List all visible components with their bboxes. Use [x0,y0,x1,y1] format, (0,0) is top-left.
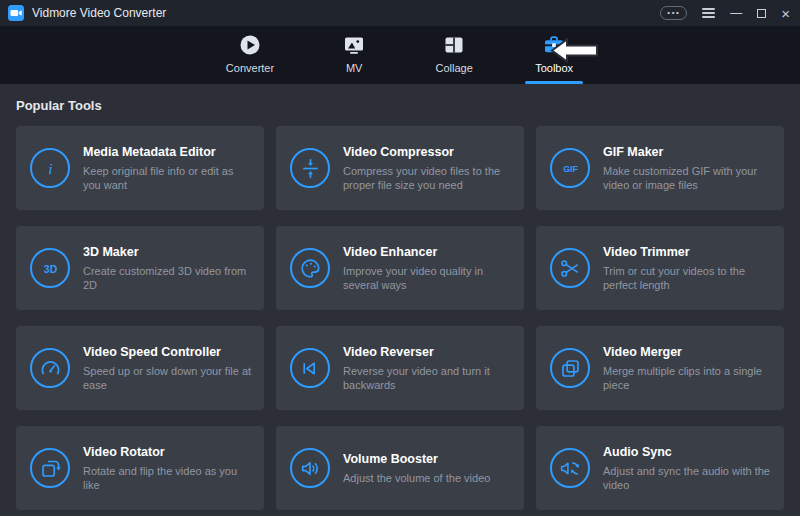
info-icon: i [30,148,70,188]
tool-title: Video Compressor [343,145,512,159]
tool-description: Adjust and sync the audio with the video [603,464,772,492]
nav-tabs: ConverterMVCollageToolbox [217,26,583,84]
hamburger-icon [702,6,715,20]
tab-converter[interactable]: Converter [217,26,283,84]
merge-icon [550,348,590,388]
tool-card-text: GIF MakerMake customized GIF with your v… [603,145,772,192]
tab-label: MV [346,62,363,74]
tool-title: 3D Maker [83,245,252,259]
tool-title: Video Merger [603,345,772,359]
tool-description: Merge multiple clips into a single piece [603,364,772,392]
collage-icon [442,33,466,57]
tool-title: Video Trimmer [603,245,772,259]
tab-label: Collage [435,62,472,74]
svg-text:i: i [48,159,52,176]
tool-description: Compress your video files to the proper … [343,164,512,192]
tool-card-gif-maker[interactable]: GIFGIF MakerMake customized GIF with you… [536,126,784,210]
tool-card-video-speed-controller[interactable]: Video Speed ControllerSpeed up or slow d… [16,326,264,410]
volume-icon [290,448,330,488]
tool-card-audio-sync[interactable]: Audio SyncAdjust and sync the audio with… [536,426,784,510]
audio-sync-icon [550,448,590,488]
tool-description: Keep original file info or edit as you w… [83,164,252,192]
menu-button[interactable] [702,6,715,20]
tool-card-video-reverser[interactable]: Video ReverserReverse your video and tur… [276,326,524,410]
tool-card-3d-maker[interactable]: 3D3D MakerCreate customized 3D video fro… [16,226,264,310]
tool-title: Video Rotator [83,445,252,459]
section-heading: Popular Tools [16,98,784,113]
speedometer-icon [30,348,70,388]
tool-title: Media Metadata Editor [83,145,252,159]
tab-mv[interactable]: MV [325,26,383,84]
app-window: Vidmore Video Converter ••• — × Converte… [0,0,800,516]
tool-title: Video Reverser [343,345,512,359]
tool-card-text: Video MergerMerge multiple clips into a … [603,345,772,392]
main-nav: ConverterMVCollageToolbox [0,26,800,84]
tool-card-text: Media Metadata EditorKeep original file … [83,145,252,192]
tool-title: Video Speed Controller [83,345,252,359]
tool-description: Adjust the volume of the video [343,471,490,485]
tools-grid: iMedia Metadata EditorKeep original file… [16,126,784,510]
tool-card-text: 3D MakerCreate customized 3D video from … [83,245,252,292]
svg-text:3D: 3D [43,263,57,274]
svg-text:GIF: GIF [563,164,578,174]
window-title: Vidmore Video Converter [32,6,166,20]
tool-title: GIF Maker [603,145,772,159]
tool-card-media-metadata-editor[interactable]: iMedia Metadata EditorKeep original file… [16,126,264,210]
tool-title: Audio Sync [603,445,772,459]
tool-description: Reverse your video and turn it backwards [343,364,512,392]
enhancer-icon [290,248,330,288]
tool-description: Rotate and flip the video as you like [83,464,252,492]
tool-card-video-merger[interactable]: Video MergerMerge multiple clips into a … [536,326,784,410]
3d-icon: 3D [30,248,70,288]
tool-card-text: Video TrimmerTrim or cut your videos to … [603,245,772,292]
tool-card-text: Video Speed ControllerSpeed up or slow d… [83,345,252,392]
tool-title: Volume Booster [343,452,490,466]
tab-collage[interactable]: Collage [425,26,483,84]
tool-description: Make customized GIF with your video or i… [603,164,772,192]
maximize-button[interactable] [757,9,766,18]
titlebar: Vidmore Video Converter ••• — × [0,0,800,26]
tool-description: Improve your video quality in several wa… [343,264,512,292]
tool-card-video-rotator[interactable]: Video RotatorRotate and flip the video a… [16,426,264,510]
close-button[interactable]: × [781,6,790,21]
tool-description: Create customized 3D video from 2D [83,264,252,292]
tool-description: Trim or cut your videos to the perfect l… [603,264,772,292]
converter-icon [238,33,262,57]
tool-card-text: Video EnhancerImprove your video quality… [343,245,512,292]
gif-icon: GIF [550,148,590,188]
maximize-icon [757,9,766,18]
minimize-button[interactable]: — [730,7,742,19]
tool-description: Speed up or slow down your file at ease [83,364,252,392]
toolbox-icon [542,33,566,57]
rotate-icon [30,448,70,488]
tab-toolbox[interactable]: Toolbox [525,26,583,84]
tool-card-text: Video ReverserReverse your video and tur… [343,345,512,392]
scissors-icon [550,248,590,288]
tab-label: Converter [226,62,274,74]
tool-card-text: Video RotatorRotate and flip the video a… [83,445,252,492]
tab-label: Toolbox [535,62,573,74]
reverse-icon [290,348,330,388]
tool-card-video-enhancer[interactable]: Video EnhancerImprove your video quality… [276,226,524,310]
tool-card-text: Volume BoosterAdjust the volume of the v… [343,452,490,485]
tool-title: Video Enhancer [343,245,512,259]
tool-card-text: Audio SyncAdjust and sync the audio with… [603,445,772,492]
tool-card-video-trimmer[interactable]: Video TrimmerTrim or cut your videos to … [536,226,784,310]
more-options-button[interactable]: ••• [660,6,687,20]
tool-card-volume-booster[interactable]: Volume BoosterAdjust the volume of the v… [276,426,524,510]
tool-card-video-compressor[interactable]: Video CompressorCompress your video file… [276,126,524,210]
app-logo-icon [8,5,24,21]
compress-icon [290,148,330,188]
main-content: Popular Tools iMedia Metadata EditorKeep… [0,84,800,516]
tool-card-text: Video CompressorCompress your video file… [343,145,512,192]
mv-icon [342,33,366,57]
window-controls: ••• — × [660,6,790,21]
